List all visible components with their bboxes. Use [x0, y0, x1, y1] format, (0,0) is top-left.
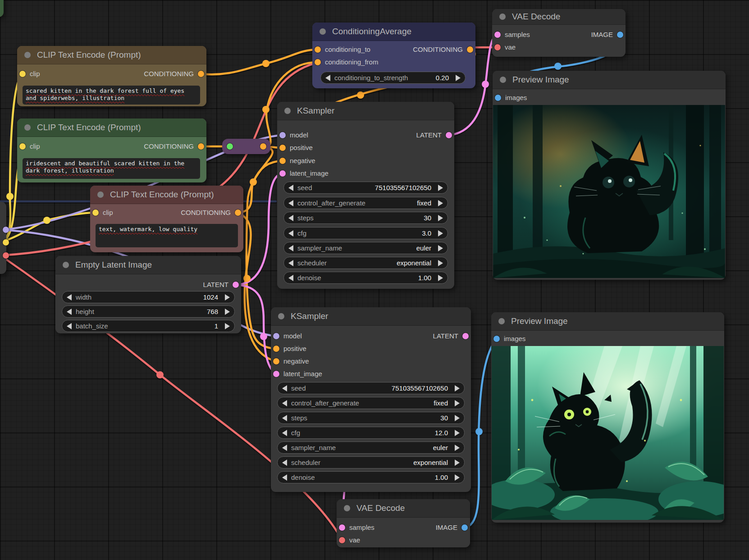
conditioning-input-dot[interactable] — [315, 59, 321, 65]
decrement-arrow-icon[interactable] — [282, 400, 287, 406]
widget-denoise[interactable]: denoise1.00 — [283, 272, 448, 284]
vae-input-dot[interactable] — [339, 537, 345, 543]
node-preview-image-2[interactable]: Preview Image images — [491, 312, 724, 523]
latent-output-dot[interactable] — [446, 132, 452, 138]
widget-sampler-name[interactable]: sampler_nameeuler — [277, 442, 465, 454]
increment-arrow-icon[interactable] — [455, 445, 460, 451]
prompt-textarea[interactable]: text, watermark, low quality — [96, 224, 238, 247]
node-vae-decode-1[interactable]: VAE Decode samples IMAGE vae — [492, 9, 626, 57]
images-input-dot[interactable] — [495, 95, 501, 101]
increment-arrow-icon[interactable] — [455, 430, 460, 436]
node-title-bar[interactable]: CLIP Text Encode (Prompt) — [90, 186, 243, 204]
widget-control-after-generate[interactable]: control_after_generatefixed — [277, 397, 465, 409]
node-preview-image-1[interactable]: Preview Image images — [493, 71, 726, 280]
node-vae-decode-2[interactable]: VAE Decode samples IMAGE vae — [337, 499, 470, 547]
clip-input-dot[interactable] — [92, 209, 99, 216]
increment-arrow-icon[interactable] — [455, 460, 460, 466]
widget-sampler-name[interactable]: sampler_nameeuler — [283, 242, 448, 254]
widget-denoise[interactable]: denoise1.00 — [277, 471, 465, 483]
node-clip-text-encode-2[interactable]: CLIP Text Encode (Prompt) clip CONDITION… — [17, 118, 206, 182]
widget-batch-size[interactable]: batch_size1 — [62, 320, 235, 332]
clip-input-dot[interactable] — [19, 71, 26, 77]
collapse-dot-icon[interactable] — [344, 505, 350, 511]
widget-steps[interactable]: steps30 — [283, 212, 448, 224]
node-clip-text-encode-3[interactable]: CLIP Text Encode (Prompt) clip CONDITION… — [90, 186, 243, 252]
node-empty-latent-image[interactable]: Empty Latent Image LATENT width1024 heig… — [55, 256, 241, 333]
latent-output-dot[interactable] — [233, 282, 239, 288]
prompt-textarea[interactable]: iridescent and beautiful scared kitten i… — [23, 158, 200, 179]
increment-arrow-icon[interactable] — [225, 309, 230, 315]
node-title-bar[interactable]: Empty Latent Image — [55, 256, 241, 274]
reroute-input-dot[interactable] — [227, 143, 233, 150]
widget-height[interactable]: height768 — [62, 305, 235, 318]
model-output-dot[interactable] — [3, 227, 9, 233]
widget-scheduler[interactable]: schedulerexponential — [283, 257, 448, 269]
decrement-arrow-icon[interactable] — [288, 245, 293, 251]
latent-input-dot[interactable] — [279, 170, 286, 177]
increment-arrow-icon[interactable] — [225, 323, 230, 329]
conditioning-output-dot[interactable] — [198, 71, 204, 77]
increment-arrow-icon[interactable] — [455, 400, 460, 406]
vae-output-dot[interactable] — [3, 252, 9, 259]
decrement-arrow-icon[interactable] — [67, 309, 72, 315]
checkpoint-node-partial[interactable] — [0, 202, 6, 274]
widget-conditioning-to-strength[interactable]: conditioning_to_strength0.20 — [320, 72, 466, 84]
clip-output-dot[interactable] — [3, 239, 9, 246]
collapse-dot-icon[interactable] — [24, 124, 31, 131]
model-input-dot[interactable] — [273, 333, 279, 339]
widget-cfg[interactable]: cfg12.0 — [277, 427, 465, 439]
collapse-dot-icon[interactable] — [284, 108, 291, 114]
decrement-arrow-icon[interactable] — [282, 415, 287, 421]
conditioning-output-dot[interactable] — [235, 209, 241, 216]
collapse-dot-icon[interactable] — [97, 191, 104, 198]
collapse-dot-icon[interactable] — [63, 262, 69, 268]
conditioning-output-dot[interactable] — [198, 143, 204, 150]
increment-arrow-icon[interactable] — [438, 245, 443, 251]
collapse-dot-icon[interactable] — [278, 313, 284, 319]
collapse-dot-icon[interactable] — [498, 318, 505, 324]
decrement-arrow-icon[interactable] — [67, 294, 72, 300]
latent-output-dot[interactable] — [462, 333, 469, 339]
increment-arrow-icon[interactable] — [455, 385, 460, 392]
samples-input-dot[interactable] — [339, 524, 345, 531]
decrement-arrow-icon[interactable] — [288, 215, 293, 221]
node-title-bar[interactable]: CLIP Text Encode (Prompt) — [17, 118, 206, 137]
increment-arrow-icon[interactable] — [438, 260, 443, 266]
reroute-output-dot[interactable] — [260, 143, 266, 150]
conditioning-input-dot[interactable] — [315, 46, 321, 53]
widget-control-after-generate[interactable]: control_after_generatefixed — [283, 197, 448, 209]
decrement-arrow-icon[interactable] — [288, 275, 293, 281]
conditioning-input-dot[interactable] — [273, 358, 279, 364]
conditioning-input-dot[interactable] — [273, 346, 279, 352]
widget-seed[interactable]: seed751035567102650 — [283, 182, 448, 194]
collapse-dot-icon[interactable] — [499, 14, 506, 20]
decrement-arrow-icon[interactable] — [282, 474, 287, 481]
increment-arrow-icon[interactable] — [438, 230, 443, 237]
increment-arrow-icon[interactable] — [455, 474, 460, 481]
widget-width[interactable]: width1024 — [62, 291, 235, 303]
node-clip-text-encode-1[interactable]: CLIP Text Encode (Prompt) clip CONDITION… — [17, 46, 206, 106]
latent-input-dot[interactable] — [273, 371, 279, 377]
increment-arrow-icon[interactable] — [438, 200, 443, 206]
collapse-dot-icon[interactable] — [320, 28, 326, 35]
decrement-arrow-icon[interactable] — [67, 323, 72, 329]
widget-seed[interactable]: seed751035567102650 — [277, 382, 465, 394]
collapse-dot-icon[interactable] — [500, 77, 506, 83]
widget-steps[interactable]: steps30 — [277, 412, 465, 424]
decrement-arrow-icon[interactable] — [288, 185, 293, 191]
node-conditioning-average[interactable]: ConditioningAverage conditioning_to COND… — [312, 23, 475, 88]
model-input-dot[interactable] — [279, 132, 286, 138]
node-reroute[interactable] — [222, 139, 270, 154]
collapse-dot-icon[interactable] — [24, 52, 31, 58]
increment-arrow-icon[interactable] — [456, 75, 461, 81]
decrement-arrow-icon[interactable] — [288, 230, 293, 237]
increment-arrow-icon[interactable] — [225, 294, 230, 300]
node-title-bar[interactable]: KSampler — [277, 102, 454, 120]
samples-input-dot[interactable] — [494, 32, 501, 38]
node-title-bar[interactable]: Preview Image — [491, 312, 724, 331]
node-title-bar[interactable]: CLIP Text Encode (Prompt) — [17, 46, 206, 64]
widget-cfg[interactable]: cfg3.0 — [283, 227, 448, 239]
vae-input-dot[interactable] — [494, 44, 501, 50]
image-output-dot[interactable] — [617, 32, 623, 38]
conditioning-input-dot[interactable] — [279, 158, 286, 164]
